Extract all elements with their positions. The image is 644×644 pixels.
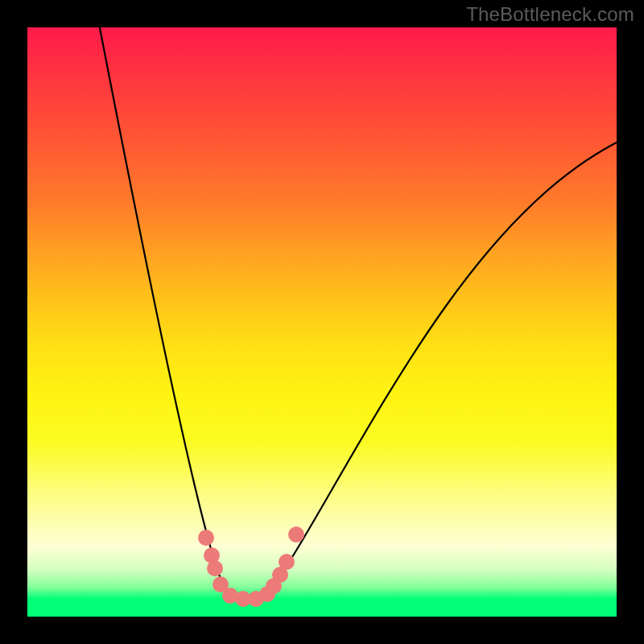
svg-point-0 <box>198 530 214 546</box>
chart-frame: TheBottleneck.com <box>0 0 644 644</box>
plot-area <box>27 27 617 617</box>
curve-layer <box>27 27 617 617</box>
watermark-text: TheBottleneck.com <box>466 3 634 26</box>
svg-point-10 <box>279 554 295 570</box>
valley-markers <box>198 526 304 607</box>
svg-point-2 <box>207 560 223 576</box>
svg-point-11 <box>288 526 304 543</box>
bottleneck-curve-left <box>97 27 237 599</box>
